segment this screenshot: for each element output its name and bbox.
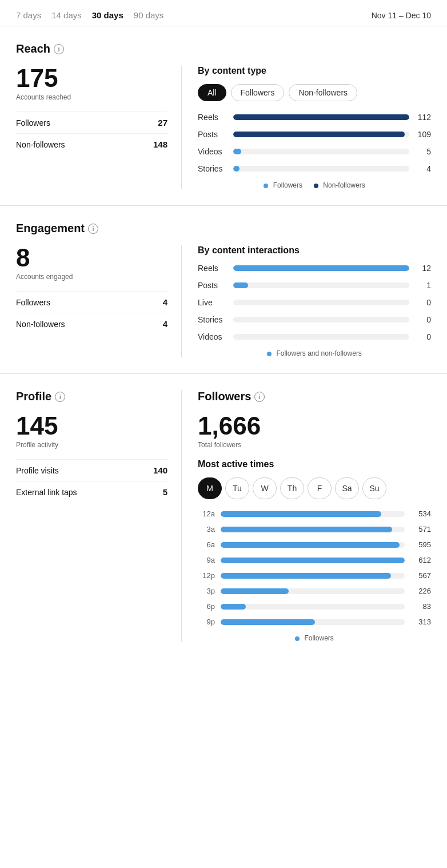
day-btn-w[interactable]: W [253,477,277,499]
time-bar-fill [221,542,400,548]
time-bar-value: 226 [410,587,431,595]
profile-left: Profile i 145 Profile activity Profile v… [16,390,182,642]
engagement-bar-row: Stories 0 [198,315,431,324]
day-btn-tu[interactable]: Tu [225,477,249,499]
reach-bar-row: Posts 109 [198,130,431,139]
reach-legend: Followers Non-followers [198,181,431,189]
bar-track [233,265,409,271]
reach-legend-followers: Followers [264,181,302,189]
time-bar-value: 612 [410,556,431,564]
profile-stat-visits: Profile visits 140 [16,459,167,481]
followers-sub-label: Total followers [198,441,431,449]
bar-fill [233,166,240,172]
bar-value: 109 [415,130,431,139]
reach-filter-all[interactable]: All [198,84,226,101]
day-btn-sa[interactable]: Sa [335,477,359,499]
profile-big-number: 145 [16,413,167,439]
time-bar-row: 6p 83 [198,602,431,611]
followers-big-number: 1,666 [198,413,431,439]
followers-time-bars: 12a 534 3a 571 6a 595 9a 612 12p 567 3p [198,509,431,626]
bar-fill [233,282,248,288]
filter-90days[interactable]: 90 days [134,10,164,20]
time-bar-track [221,619,405,625]
engagement-section: Engagement i 8 Accounts engaged Follower… [0,206,447,357]
bar-fill [233,149,241,154]
time-bar-track [221,558,405,563]
reach-filter-followers[interactable]: Followers [231,84,285,101]
time-bar-track [221,588,405,594]
profile-info-icon[interactable]: i [55,392,65,402]
reach-filter-btns: All Followers Non-followers [198,84,431,101]
bar-fill [233,265,409,271]
time-bar-row: 12a 534 [198,509,431,518]
engagement-legend: Followers and non-followers [198,349,431,357]
day-btn-m[interactable]: M [198,477,222,499]
bar-track [233,166,409,172]
bar-label: Stories [198,315,228,324]
reach-stat-followers: Followers 27 [16,112,167,133]
engagement-content: 8 Accounts engaged Followers 4 Non-follo… [16,245,431,357]
profile-followers-section: Profile i 145 Profile activity Profile v… [0,374,447,642]
followers-active-title: Most active times [198,459,431,469]
time-bar-row: 9a 612 [198,556,431,564]
bar-track [233,132,409,137]
engagement-big-number: 8 [16,245,167,270]
day-btn-th[interactable]: Th [280,477,304,499]
bar-value: 12 [415,264,431,273]
time-label: 12p [198,571,215,580]
reach-stat-nonfollowers: Non-followers 148 [16,133,167,155]
time-bar-fill [221,604,246,610]
engagement-info-icon[interactable]: i [88,224,98,234]
reach-big-number: 175 [16,66,167,91]
filter-30days[interactable]: 30 days [92,10,123,20]
time-bar-value: 595 [410,540,431,549]
day-btn-f[interactable]: F [308,477,332,499]
reach-title: Reach i [16,42,431,55]
bar-track [233,149,409,154]
filter-14days[interactable]: 14 days [51,10,82,20]
bar-label: Stories [198,164,228,173]
reach-section: Reach i 175 Accounts reached Followers 2… [0,26,447,189]
reach-filter-nonfollowers[interactable]: Non-followers [289,84,357,101]
bar-value: 0 [415,315,431,324]
time-filters: 7 days 14 days 30 days 90 days [16,10,163,20]
bar-label: Posts [198,281,228,290]
reach-sub-label: Accounts reached [16,93,167,101]
time-bar-value: 534 [410,509,431,518]
reach-bar-row: Stories 4 [198,164,431,173]
date-range: Nov 11 – Dec 10 [372,11,431,20]
bar-value: 5 [415,147,431,156]
engagement-bar-row: Live 0 [198,298,431,307]
bar-label: Live [198,298,228,307]
filter-7days[interactable]: 7 days [16,10,41,20]
day-btn-su[interactable]: Su [362,477,386,499]
time-bar-track [221,511,405,517]
reach-info-icon[interactable]: i [54,44,64,54]
time-bar-value: 83 [410,602,431,611]
time-label: 3a [198,525,215,533]
engagement-stat-nonfollowers: Non-followers 4 [16,313,167,335]
time-bar-value: 567 [410,571,431,580]
time-bar-fill [221,511,381,517]
reach-right: By content type All Followers Non-follow… [182,66,431,189]
time-bar-fill [221,573,391,579]
bar-fill [233,114,409,120]
time-header: 7 days 14 days 30 days 90 days Nov 11 – … [0,0,447,26]
bar-value: 0 [415,332,431,341]
engagement-legend-all: Followers and non-followers [267,349,362,357]
reach-legend-nonfollowers: Non-followers [314,181,365,189]
time-bar-track [221,527,405,532]
bar-track [233,334,409,340]
bar-label: Reels [198,113,228,122]
time-bar-fill [221,558,405,563]
followers-right: Followers i 1,666 Total followers Most a… [182,390,431,642]
bar-value: 4 [415,164,431,173]
profile-title: Profile i [16,390,167,403]
time-label: 6p [198,602,215,611]
followers-info-icon[interactable]: i [254,392,265,402]
day-buttons: M Tu W Th F Sa Su [198,477,431,499]
reach-content: 175 Accounts reached Followers 27 Non-fo… [16,66,431,189]
bar-value: 1 [415,281,431,290]
engagement-right: By content interactions Reels 12 Posts 1… [182,245,431,357]
time-bar-value: 313 [410,618,431,626]
